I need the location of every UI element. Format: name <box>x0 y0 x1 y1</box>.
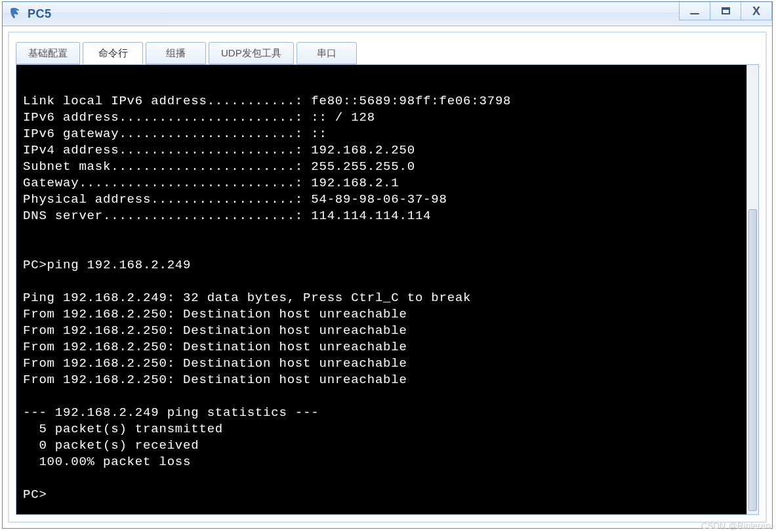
minimize-button[interactable] <box>679 2 710 20</box>
tab-udp-tool[interactable]: UDP发包工具 <box>209 42 294 64</box>
window-buttons: X <box>680 2 772 20</box>
window-title: PC5 <box>28 7 52 21</box>
titlebar[interactable]: PC5 X <box>3 2 772 26</box>
scrollbar-thumb[interactable] <box>748 209 757 511</box>
tab-serial[interactable]: 串口 <box>296 42 357 64</box>
tab-label: 基础配置 <box>28 47 68 60</box>
close-icon: X <box>752 5 760 17</box>
watermark: CSDN @Rinleren <box>701 521 771 531</box>
app-icon <box>8 7 22 21</box>
tab-command-line[interactable]: 命令行 <box>83 42 143 64</box>
maximize-icon <box>722 7 730 14</box>
app-window: PC5 X 基础配置 命令行 组播 UDP发包 <box>2 1 773 529</box>
tab-basic-config[interactable]: 基础配置 <box>16 42 80 64</box>
tab-label: UDP发包工具 <box>221 47 281 60</box>
tab-label: 命令行 <box>98 47 128 60</box>
client-area: 基础配置 命令行 组播 UDP发包工具 串口 Link local IPv6 a… <box>8 31 767 523</box>
titlebar-left: PC5 <box>3 7 52 21</box>
tabstrip: 基础配置 命令行 组播 UDP发包工具 串口 <box>9 33 766 64</box>
minimize-icon <box>690 13 699 14</box>
tab-label: 组播 <box>166 47 186 60</box>
close-button[interactable]: X <box>741 2 772 20</box>
scrollbar[interactable] <box>746 65 758 514</box>
terminal-panel: Link local IPv6 address...........: fe80… <box>16 64 759 515</box>
tab-multicast[interactable]: 组播 <box>146 42 206 64</box>
maximize-button[interactable] <box>710 2 741 20</box>
terminal-output[interactable]: Link local IPv6 address...........: fe80… <box>16 65 746 514</box>
tab-label: 串口 <box>317 47 337 60</box>
